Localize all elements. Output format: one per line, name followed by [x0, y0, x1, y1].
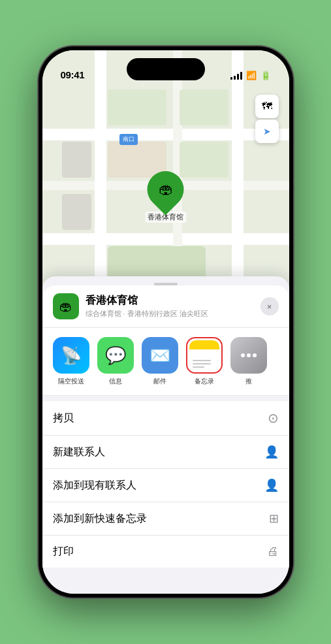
- copy-label: 拷贝: [53, 411, 74, 425]
- add-contact-label: 添加到现有联系人: [53, 479, 136, 492]
- venue-icon: 🏟: [53, 293, 79, 319]
- action-add-notes[interactable]: 添加到新快速备忘录 ⊞: [42, 502, 289, 536]
- venue-bar: 🏟 香港体育馆 综合体育馆 · 香港特别行政区 油尖旺区 ×: [42, 285, 289, 328]
- airdrop-icon: 📡: [53, 337, 89, 374]
- map-type-icon: 🗺: [262, 101, 272, 112]
- action-add-contact[interactable]: 添加到现有联系人 👤: [42, 469, 289, 502]
- dynamic-island: [127, 58, 205, 80]
- share-row: 📡 隔空投送 💬 信息 ✉️ 邮件: [42, 328, 289, 396]
- share-message[interactable]: 💬 信息: [97, 337, 134, 386]
- venue-info: 香港体育馆 综合体育馆 · 香港特别行政区 油尖旺区: [86, 294, 254, 319]
- add-contact-icon: 👤: [264, 478, 279, 492]
- action-copy[interactable]: 拷贝 ⊙: [42, 401, 289, 436]
- message-icon: 💬: [97, 337, 134, 374]
- print-icon: 🖨: [267, 545, 279, 558]
- share-notes[interactable]: 备忘录: [186, 337, 223, 386]
- mail-icon: ✉️: [142, 337, 178, 374]
- battery-icon: 🔋: [260, 71, 271, 80]
- action-list: 拷贝 ⊙ 新建联系人 👤 添加到现有联系人 👤 添加到新快速备忘录 ⊞ 打印: [42, 401, 289, 568]
- bottom-sheet: 🏟 香港体育馆 综合体育馆 · 香港特别行政区 油尖旺区 × 📡 隔空投送: [42, 276, 289, 594]
- map-label: 南口: [119, 134, 138, 145]
- add-notes-icon: ⊞: [269, 511, 279, 526]
- venue-name: 香港体育馆: [86, 294, 254, 308]
- copy-icon: ⊙: [268, 410, 279, 426]
- airdrop-label: 隔空投送: [58, 377, 84, 386]
- venue-subtitle: 综合体育馆 · 香港特别行政区 油尖旺区: [86, 309, 254, 319]
- new-contact-icon: 👤: [264, 445, 279, 459]
- add-notes-label: 添加到新快速备忘录: [53, 512, 147, 526]
- notes-icon: [186, 337, 223, 374]
- phone-frame: 南口 🏟 香港体育馆 🗺 ➤: [39, 46, 293, 598]
- phone-screen: 南口 🏟 香港体育馆 🗺 ➤: [42, 50, 289, 594]
- map-type-button[interactable]: 🗺: [255, 95, 279, 118]
- share-airdrop[interactable]: 📡 隔空投送: [53, 337, 89, 386]
- mail-label: 邮件: [153, 377, 166, 386]
- notes-label: 备忘录: [195, 377, 214, 386]
- location-icon: ➤: [263, 126, 271, 137]
- action-new-contact[interactable]: 新建联系人 👤: [42, 436, 289, 469]
- stadium-icon: 🏟: [159, 181, 173, 198]
- status-icons: 📶 🔋: [230, 71, 271, 80]
- close-button[interactable]: ×: [260, 297, 279, 315]
- status-time: 09:41: [61, 69, 85, 80]
- signal-icon: [230, 72, 242, 80]
- location-button[interactable]: ➤: [255, 120, 279, 143]
- stadium-pin: 🏟 香港体育馆: [145, 171, 186, 223]
- more-icon: [230, 337, 267, 374]
- share-mail[interactable]: ✉️ 邮件: [142, 337, 178, 386]
- action-print[interactable]: 打印 🖨: [42, 536, 289, 568]
- message-label: 信息: [109, 377, 122, 386]
- map-controls: 🗺 ➤: [255, 95, 279, 143]
- share-more[interactable]: 推: [230, 337, 267, 386]
- new-contact-label: 新建联系人: [53, 445, 105, 459]
- print-label: 打印: [53, 545, 74, 558]
- wifi-icon: 📶: [246, 71, 257, 80]
- more-label: 推: [245, 377, 252, 386]
